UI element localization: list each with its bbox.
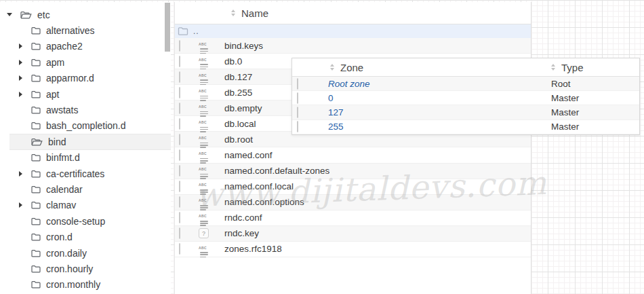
sort-icon[interactable] [231, 10, 235, 16]
text-file-icon-glyph: ABC [199, 183, 207, 187]
text-file-icon: ABC [199, 194, 209, 210]
zone-link[interactable]: 127 [328, 107, 344, 117]
chevron-right-icon[interactable] [15, 168, 26, 179]
tree-item-ca-certificates[interactable]: ca-certificates [0, 166, 171, 181]
tree-item-cron.monthly[interactable]: cron.monthly [0, 277, 171, 293]
file-icon-cell: ABC [199, 178, 224, 195]
row-checkbox[interactable] [297, 107, 298, 118]
folder-icon [178, 26, 188, 36]
tree-item-etc[interactable]: etc [0, 7, 171, 22]
row-checkbox[interactable] [179, 149, 180, 161]
chevron-right-icon[interactable] [15, 57, 26, 68]
file-name[interactable]: bind.keys [224, 41, 263, 51]
file-name[interactable]: db.empty [224, 103, 262, 113]
tree-item-bash_completion.d[interactable]: bash_completion.d [0, 118, 171, 134]
tree-item-cron.d[interactable]: cron.d [0, 229, 171, 244]
row-checkbox[interactable] [179, 212, 180, 223]
file-name[interactable]: named.conf.local [224, 181, 294, 191]
file-name[interactable]: db.0 [224, 56, 242, 67]
type-column-label: Type [561, 62, 584, 73]
row-checkbox[interactable] [179, 87, 180, 98]
row-checkbox[interactable] [179, 243, 180, 255]
tree-item-bind[interactable]: bind [9, 134, 171, 149]
tree-item-label: cron.monthly [46, 279, 100, 290]
row-checkbox[interactable] [179, 134, 180, 145]
parent-directory-row[interactable]: .. [175, 24, 531, 38]
tree-item-label: apt [46, 89, 59, 100]
zone-row-Root zone[interactable]: Root zone Root [292, 77, 639, 91]
chevron-down-icon[interactable] [4, 10, 15, 20]
sort-icon[interactable] [330, 64, 334, 71]
zone-row-255[interactable]: 255 Master [292, 120, 639, 134]
row-checkbox[interactable] [179, 103, 180, 114]
zone-link[interactable]: 0 [328, 93, 334, 103]
sidebar-scrollbar-thumb[interactable] [165, 3, 170, 52]
file-name[interactable]: named.conf [224, 150, 273, 160]
checkbox-cell [292, 122, 328, 132]
file-name[interactable]: zones.rfc1918 [224, 244, 282, 254]
text-file-icon-glyph: ABC [199, 136, 207, 140]
folder-icon [31, 106, 41, 114]
tree-item-apm[interactable]: apm [0, 54, 171, 70]
file-row-bind.keys[interactable]: ABC bind.keys [175, 38, 531, 54]
sidebar-scrollbar[interactable] [165, 2, 170, 294]
row-checkbox[interactable] [297, 92, 298, 104]
tree-item-binfmt.d[interactable]: binfmt.d [0, 150, 171, 166]
tree-item-console-setup[interactable]: console-setup [0, 213, 171, 229]
file-name[interactable]: db.127 [224, 72, 252, 82]
tree-item-apparmor.d[interactable]: apparmor.d [0, 71, 171, 86]
file-name[interactable]: named.conf.options [224, 197, 304, 207]
file-row-named.conf.options[interactable]: ABC named.conf.options [175, 195, 531, 210]
chevron-right-icon[interactable] [15, 41, 26, 52]
file-name[interactable]: db.root [224, 134, 253, 145]
row-checkbox[interactable] [179, 40, 180, 52]
row-checkbox[interactable] [179, 71, 180, 83]
sort-icon[interactable] [551, 64, 555, 71]
file-name[interactable]: named.conf.default-zones [224, 166, 329, 176]
row-checkbox[interactable] [179, 56, 180, 67]
text-file-icon: ABC [199, 241, 209, 258]
chevron-right-icon[interactable] [15, 73, 26, 84]
row-checkbox[interactable] [179, 196, 180, 208]
chevron-right-icon[interactable] [15, 89, 26, 100]
file-name[interactable]: db.local [224, 119, 256, 129]
tree-item-cron.daily[interactable]: cron.daily [0, 245, 171, 261]
folder-icon [31, 280, 41, 289]
row-checkbox[interactable] [179, 118, 180, 130]
file-row-named.conf.local[interactable]: ABC named.conf.local [175, 179, 531, 195]
zone-link[interactable]: Root zone [328, 79, 370, 89]
chevron-right-icon[interactable] [15, 200, 26, 210]
zone-link[interactable]: 255 [328, 122, 344, 132]
file-row-named.conf.default-zones[interactable]: ABC named.conf.default-zones [175, 164, 531, 179]
name-column-header[interactable]: Name [175, 2, 531, 24]
row-checkbox[interactable] [179, 227, 180, 239]
tree-item-alternatives[interactable]: alternatives [0, 22, 171, 38]
tree-item-apt[interactable]: apt [0, 86, 171, 102]
tree-item-calendar[interactable]: calendar [0, 181, 171, 197]
row-checkbox[interactable] [297, 121, 298, 132]
row-checkbox[interactable] [297, 78, 298, 90]
file-name[interactable]: rndc.conf [224, 213, 262, 223]
zone-row-127[interactable]: 127 Master [292, 105, 639, 120]
tree-item-cron.hourly[interactable]: cron.hourly [0, 261, 171, 276]
tree-item-awstats[interactable]: awstats [0, 102, 171, 117]
file-row-named.conf[interactable]: ABC named.conf [175, 147, 531, 163]
tree-item-apache2[interactable]: apache2 [0, 39, 171, 54]
file-row-zones.rfc1918[interactable]: ABC zones.rfc1918 [175, 242, 531, 257]
tree-item-label: calendar [46, 184, 83, 195]
zone-column-header[interactable]: Zone [330, 62, 363, 73]
tree-item-label: binfmt.d [46, 152, 80, 163]
file-row-rndc.key[interactable]: ? rndc.key [175, 226, 531, 242]
file-row-rndc.conf[interactable]: ABC rndc.conf [175, 210, 531, 226]
type-column-header[interactable]: Type [551, 62, 584, 73]
caret-spacer [15, 232, 26, 242]
row-checkbox[interactable] [179, 165, 180, 177]
zone-row-0[interactable]: 0 Master [292, 91, 639, 105]
text-file-icon: ABC [199, 69, 209, 86]
text-file-icon-glyph: ABC [199, 120, 207, 124]
file-icon-cell: ABC [199, 194, 224, 210]
row-checkbox[interactable] [179, 181, 180, 192]
file-name[interactable]: db.255 [224, 88, 252, 98]
tree-item-clamav[interactable]: clamav [0, 198, 171, 213]
file-name[interactable]: rndc.key [224, 228, 259, 238]
